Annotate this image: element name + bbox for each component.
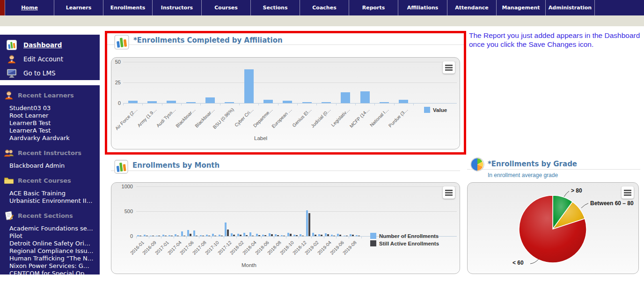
nav-tabs: HomeLearnersEnrollmentsInstructorsCourse…: [5, 0, 595, 15]
bar-active-2018-10: [290, 234, 292, 236]
x-axis-tick: [316, 103, 317, 105]
highlight-frame-new-report: *Enrollments Completed by Affiliation 02…: [105, 31, 466, 155]
x-axis-title: Label: [254, 135, 267, 141]
nav-tab-enrollments[interactable]: Enrollments: [103, 0, 152, 15]
sidebar-section-items: ACE Basic TrainingUrbanistic Environment…: [0, 190, 100, 205]
sidebar-item-aardvarky-aardvark[interactable]: Aardvarky Aardvark: [9, 134, 100, 142]
nav-tab-courses[interactable]: Courses: [201, 0, 250, 15]
x-axis-tick: [149, 236, 149, 238]
x-axis-tick: [374, 103, 375, 105]
bar-european: [283, 101, 292, 103]
nav-tab-affiliations[interactable]: Affiliations: [398, 0, 447, 15]
bar-enrollments-2017-05: [181, 231, 183, 236]
bar-active-2016-09: [152, 236, 154, 236]
bar-active-2017-09: [208, 236, 210, 236]
sidebar-link-edit-account[interactable]: Edit Account: [0, 52, 100, 66]
bar-enrollments-2018-05: [256, 234, 258, 236]
bar-enrollments-2017-10: [212, 234, 214, 236]
bar-chart-icon: [114, 159, 129, 176]
chart-context-menu-button[interactable]: [443, 61, 455, 74]
legend-item-still-active-enrollments[interactable]: Still Active Enrollments: [370, 240, 439, 246]
sidebar-item-ace-basic-training[interactable]: ACE Basic Training: [9, 190, 100, 197]
y-axis-label: 1000: [114, 184, 133, 189]
sidebar-item-root-learner[interactable]: Root Learner: [9, 112, 100, 119]
sidebar-item-urbanistic-environment-ii[interactable]: Urbanistic Environment II…: [9, 197, 100, 205]
bar-enrollments-2016-09: [150, 236, 152, 236]
bar-enrollments-2019-05: [331, 235, 333, 236]
nav-tab-instructors[interactable]: Instructors: [152, 0, 201, 15]
bar-enrollments-2018-07: [269, 233, 271, 236]
bar-active-2017-06: [190, 234, 191, 236]
bar-enrollments-2019-07: [344, 236, 345, 236]
sidebar-quick-links: DashboardEdit AccountGo to LMS: [0, 35, 100, 80]
x-axis-tick: [286, 236, 286, 238]
bar-active-2018-07: [271, 234, 273, 236]
x-axis-tick: [200, 103, 201, 105]
y-axis-label: 500: [114, 208, 133, 214]
bar-active-2018-09: [283, 236, 285, 236]
nav-tab-label: Attendance: [455, 5, 488, 11]
nav-tab-coaches[interactable]: Coaches: [300, 0, 349, 15]
sidebar-item-nixon-power-services-g[interactable]: Nixon Power Services: G…: [9, 262, 100, 270]
month-chart-panel: Enrollments by Month 050010002016-012016…: [111, 159, 460, 275]
chart-context-menu-button[interactable]: [443, 186, 455, 199]
nav-tab-label: Learners: [66, 5, 92, 11]
bar-enrollments-2019-01: [306, 210, 308, 236]
nav-tab-label: Sections: [263, 5, 288, 11]
x-axis-tick: [220, 103, 220, 105]
sidebar-item-learnera-test[interactable]: LearnerA Test: [9, 127, 100, 134]
chart-title-month: Enrollments by Month: [132, 161, 220, 170]
chart-context-menu-button[interactable]: [622, 186, 634, 199]
nav-tab-sections[interactable]: Sections: [250, 0, 300, 15]
sidebar-link-label: Go to LMS: [23, 69, 56, 77]
bar-active-2017-05: [183, 236, 185, 236]
x-axis-tick: [136, 236, 137, 238]
x-axis-tick: [394, 103, 395, 105]
x-axis-tick: [174, 236, 174, 238]
subnav-strip: [0, 15, 644, 26]
nav-tab-attendance[interactable]: Attendance: [447, 0, 496, 15]
sidebar-item-centcom-for-special-op[interactable]: CENTCOM for Special Op…: [9, 270, 100, 277]
x-axis-tick: [186, 236, 187, 238]
bar-active-2016-11: [158, 236, 160, 236]
sidebar-link-dashboard[interactable]: Dashboard: [0, 38, 100, 52]
y-axis-label: 50: [111, 59, 121, 65]
nav-tab-reports[interactable]: Reports: [349, 0, 398, 15]
x-axis-tick: [258, 103, 259, 105]
monitor-icon: [6, 67, 18, 79]
sidebar-item-learnerb-test[interactable]: LearnerB Test: [9, 119, 100, 127]
person-icon: [4, 90, 14, 100]
x-axis-tick: [274, 236, 274, 238]
x-axis-tick: [239, 103, 240, 105]
x-axis-tick: [199, 236, 199, 238]
bar-active-2018-03: [246, 235, 248, 236]
sidebar-item-academic-foundations-se[interactable]: Academic Foundations se…: [9, 225, 100, 232]
sidebar-item-pilot[interactable]: Pilot: [9, 232, 100, 240]
bar-active-2019-06: [339, 235, 341, 236]
nav-tab-learners[interactable]: Learners: [54, 0, 103, 15]
y-axis-label: 0: [111, 100, 121, 106]
nav-tab-management[interactable]: Management: [496, 0, 545, 15]
bar-legislativ: [341, 92, 350, 103]
legend-item-number-of-enrollments[interactable]: Number of Enrollments: [370, 233, 439, 239]
nav-tab-home[interactable]: Home: [5, 0, 54, 15]
sidebar-item-human-trafficking-the-n[interactable]: Human Trafficking “The N…: [9, 255, 100, 262]
x-axis-tick: [123, 103, 124, 105]
menu-bar: [445, 67, 453, 68]
sidebar-item-blackboard-admin[interactable]: Blackboard Admin: [9, 162, 100, 170]
sidebar-item-student03-03[interactable]: Student03 03: [9, 104, 100, 112]
bar-active-2019-09: [358, 236, 360, 236]
legend-label: Value: [433, 107, 447, 113]
x-axis-title: Month: [242, 262, 256, 268]
bar-enrollments-2018-04: [249, 232, 251, 236]
sidebar-item-detroit-online-safety-ori[interactable]: Detroit Online Safety Ori…: [9, 240, 100, 247]
nav-tab-administration[interactable]: Administration: [545, 0, 595, 15]
sidebar-item-regional-compliance-issu[interactable]: Regional Compliance Issu…: [9, 247, 100, 255]
bar-cyber-cri: [244, 69, 254, 103]
grade-chart-area: > 80Between 60 – 80< 60: [467, 182, 639, 274]
bar-active-2018-05: [258, 235, 260, 236]
bar-active-2018-11: [296, 235, 298, 236]
sidebar-link-go-to-lms[interactable]: Go to LMS: [0, 66, 100, 80]
x-axis-tick: [236, 236, 237, 238]
legend-item-value[interactable]: Value: [424, 107, 447, 113]
